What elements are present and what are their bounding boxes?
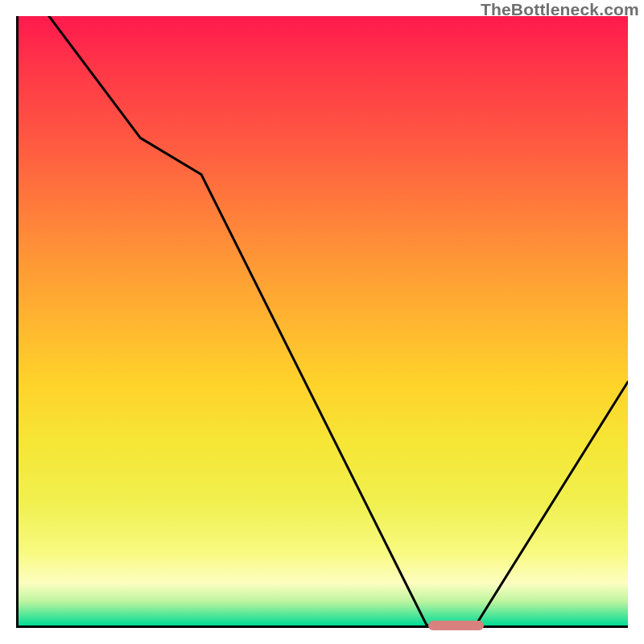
bottleneck-curve bbox=[49, 16, 628, 625]
chart-frame: TheBottleneck.com bbox=[0, 0, 644, 644]
optimal-range-marker bbox=[428, 621, 483, 630]
plot-area bbox=[16, 16, 628, 628]
curve-overlay bbox=[19, 16, 628, 625]
